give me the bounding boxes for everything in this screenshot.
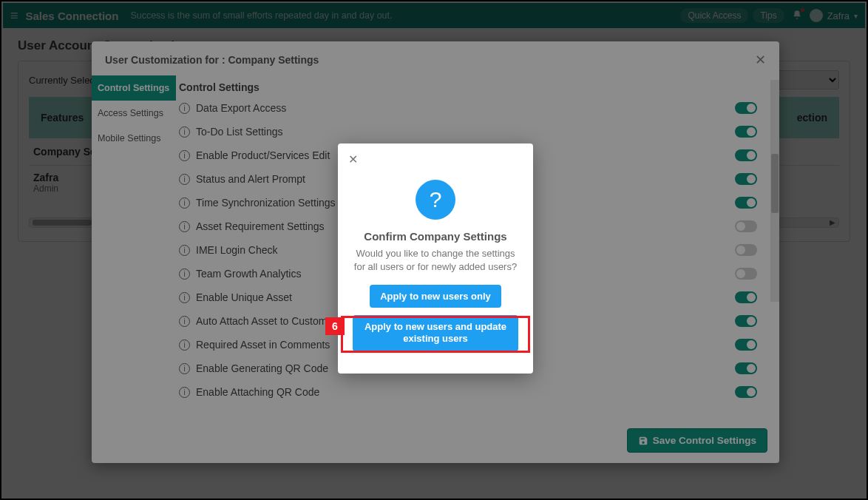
confirm-dialog: ✕ ? Confirm Company Settings Would you l… — [338, 143, 533, 374]
question-icon: ? — [416, 180, 455, 220]
apply-all-users-button[interactable]: Apply to new users and update existing u… — [353, 315, 518, 351]
annotation-step-badge: 6 — [325, 317, 345, 335]
confirm-close-icon[interactable]: ✕ — [348, 153, 358, 166]
confirm-title: Confirm Company Settings — [348, 230, 523, 243]
apply-new-users-only-button[interactable]: Apply to new users only — [370, 285, 501, 308]
confirm-text: Would you like to change the settings fo… — [348, 247, 523, 273]
